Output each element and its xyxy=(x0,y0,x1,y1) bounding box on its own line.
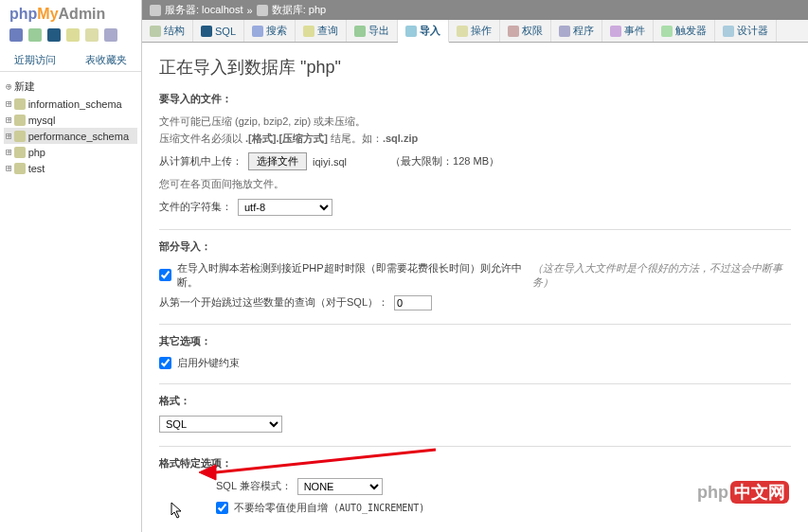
logout-icon[interactable] xyxy=(28,28,42,42)
db-icon xyxy=(14,147,26,158)
expand-icon[interactable]: ⊞ xyxy=(6,130,12,142)
tab-events[interactable]: 事件 xyxy=(602,20,654,42)
compat-label: SQL 兼容模式： xyxy=(216,479,292,493)
fk-row: 启用外键约束 xyxy=(159,356,791,370)
tree-new[interactable]: ⊕ 新建 xyxy=(4,78,137,96)
watermark-php: php xyxy=(697,483,728,503)
sidebar-toolbar xyxy=(0,25,141,45)
logo-php: php xyxy=(9,6,37,22)
settings-icon[interactable] xyxy=(85,28,99,42)
structure-icon xyxy=(150,26,161,37)
tab-operations[interactable]: 操作 xyxy=(449,20,500,42)
fk-label: 启用外键约束 xyxy=(177,356,240,370)
query-icon xyxy=(303,26,314,37)
drag-hint: 您可在各页面间拖放文件。 xyxy=(159,176,791,193)
tree-new-label: 新建 xyxy=(14,80,35,94)
watermark-cn: 中文网 xyxy=(730,481,789,504)
logo: phpMyAdmin xyxy=(0,0,141,25)
tree-item-mysql[interactable]: ⊞ mysql xyxy=(4,112,137,128)
tab-routines[interactable]: 程序 xyxy=(551,20,602,42)
partial-check-label: 在导入时脚本若检测到接近PHP超时时限（即需要花费很长时间）则允许中断。 xyxy=(177,261,527,290)
partial-checkbox[interactable] xyxy=(159,269,171,281)
new-icon: ⊕ xyxy=(6,80,12,93)
noauto-code: (AUTO_INCREMENT) xyxy=(333,503,424,513)
tab-triggers[interactable]: 触发器 xyxy=(654,20,715,42)
db-tree: ⊕ 新建 ⊞ information_schema ⊞ mysql ⊞ perf… xyxy=(0,72,141,182)
tree-label: mysql xyxy=(28,115,56,126)
tab-favorites[interactable]: 表收藏夹 xyxy=(71,49,142,71)
tab-sql[interactable]: SQL xyxy=(193,20,244,42)
tree-label: php xyxy=(28,147,45,158)
reload-icon[interactable] xyxy=(104,28,117,42)
sql-icon xyxy=(201,26,212,37)
sidebar: phpMyAdmin 近期访问 表收藏夹 ⊕ 新建 ⊞ information_… xyxy=(0,0,142,532)
query-window-icon[interactable] xyxy=(47,28,61,42)
file-desc: 文件可能已压缩 (gzip, bzip2, zip) 或未压缩。 压缩文件名必须… xyxy=(159,114,791,147)
compat-select[interactable]: NONE xyxy=(297,478,383,495)
max-limit: （最大限制：128 MB） xyxy=(390,154,499,168)
breadcrumb: 服务器: localhost » 数据库: php xyxy=(142,0,808,20)
page-title: 正在导入到数据库 "php" xyxy=(159,56,791,79)
tab-export[interactable]: 导出 xyxy=(347,20,398,42)
tree-item-test[interactable]: ⊞ test xyxy=(4,160,137,176)
sidebar-tabs: 近期访问 表收藏夹 xyxy=(0,49,141,72)
operations-icon xyxy=(457,26,468,37)
tab-import[interactable]: 导入 xyxy=(398,20,449,43)
breadcrumb-server[interactable]: 服务器: localhost xyxy=(165,3,243,17)
main: 服务器: localhost » 数据库: php 结构 SQL 搜索 查询 导… xyxy=(142,0,808,532)
routines-icon xyxy=(559,26,570,37)
tree-label: performance_schema xyxy=(28,131,129,142)
charset-row: 文件的字符集： utf-8 xyxy=(159,199,791,216)
upload-row: 从计算机中上传： 选择文件 iqiyi.sql （最大限制：128 MB） xyxy=(159,152,791,170)
tab-structure[interactable]: 结构 xyxy=(142,20,193,42)
choose-file-button[interactable]: 选择文件 xyxy=(248,152,307,170)
tab-recent[interactable]: 近期访问 xyxy=(0,49,71,71)
tab-search[interactable]: 搜索 xyxy=(244,20,296,42)
tab-query[interactable]: 查询 xyxy=(296,20,347,42)
tree-item-information-schema[interactable]: ⊞ information_schema xyxy=(4,96,137,112)
tree-label: information_schema xyxy=(28,98,122,110)
format-select[interactable]: SQL xyxy=(159,416,282,433)
docs-icon[interactable] xyxy=(66,28,80,42)
tab-designer[interactable]: 设计器 xyxy=(715,20,777,42)
partial-note: （这在导入大文件时是个很好的方法，不过这会中断事务） xyxy=(532,261,791,290)
export-icon xyxy=(354,26,366,37)
tree-item-php[interactable]: ⊞ php xyxy=(4,144,137,160)
skip-row: 从第一个开始跳过这些数量的查询（对于SQL）： xyxy=(159,295,791,310)
main-tabs: 结构 SQL 搜索 查询 导出 导入 操作 权限 程序 事件 触发器 设计器 xyxy=(142,20,808,43)
server-icon xyxy=(150,5,161,16)
section-partial: 部分导入： xyxy=(159,229,791,254)
section-other: 其它选项： xyxy=(159,324,791,348)
events-icon xyxy=(610,26,621,37)
noauto-checkbox[interactable] xyxy=(216,502,228,514)
section-file: 要导入的文件： xyxy=(159,92,791,106)
home-icon[interactable] xyxy=(9,28,23,42)
db-icon xyxy=(14,98,26,110)
designer-icon xyxy=(723,26,734,37)
noauto-label: 不要给零值使用自增 xyxy=(234,501,328,515)
expand-icon[interactable]: ⊞ xyxy=(6,146,12,158)
tree-item-performance-schema[interactable]: ⊞ performance_schema xyxy=(4,128,137,144)
skip-input[interactable] xyxy=(394,295,432,310)
skip-label: 从第一个开始跳过这些数量的查询（对于SQL）： xyxy=(159,295,388,310)
tab-privileges[interactable]: 权限 xyxy=(500,20,551,42)
expand-icon[interactable]: ⊞ xyxy=(6,98,12,110)
charset-label: 文件的字符集： xyxy=(159,200,232,214)
fk-checkbox[interactable] xyxy=(159,357,171,369)
expand-icon[interactable]: ⊞ xyxy=(6,162,12,174)
tree-label: test xyxy=(28,163,45,174)
triggers-icon xyxy=(661,26,673,37)
chosen-filename: iqiyi.sql xyxy=(313,156,347,168)
breadcrumb-db[interactable]: 数据库: php xyxy=(272,3,326,17)
import-icon xyxy=(405,26,417,37)
db-icon xyxy=(14,115,26,126)
breadcrumb-sep: » xyxy=(247,5,253,16)
upload-label: 从计算机中上传： xyxy=(159,154,242,168)
content: 正在导入到数据库 "php" 要导入的文件： 文件可能已压缩 (gzip, bz… xyxy=(142,43,808,532)
logo-my: My xyxy=(37,6,58,22)
charset-select[interactable]: utf-8 xyxy=(238,199,332,216)
partial-check-row: 在导入时脚本若检测到接近PHP超时时限（即需要花费很长时间）则允许中断。 （这在… xyxy=(159,261,791,290)
db-icon xyxy=(14,131,26,142)
section-format: 格式： xyxy=(159,383,791,408)
expand-icon[interactable]: ⊞ xyxy=(6,114,12,126)
